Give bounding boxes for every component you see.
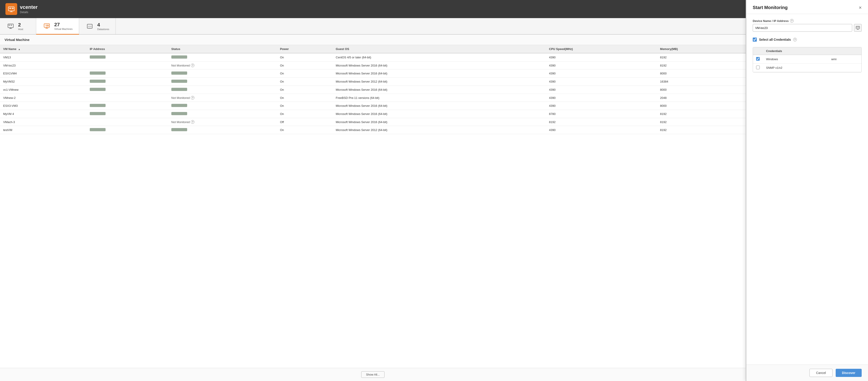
table-row[interactable]: ESX1VM4OnMicrosoft Windows Server 2016 (… (0, 69, 746, 78)
cred-th-name: Credentials (763, 47, 828, 55)
memory-cell: 16384 (657, 78, 746, 86)
ip-address-cell (87, 69, 168, 78)
table-row[interactable]: MyVM32OnMicrosoft Windows Server 2012 (6… (0, 78, 746, 86)
power-cell: On (277, 78, 333, 86)
th-cpu-speed[interactable]: CPU Speed(MHz) (546, 45, 657, 53)
ip-bar (90, 112, 105, 115)
header-title: vcenter (20, 4, 37, 10)
show-all-button[interactable]: Show All... (361, 371, 384, 378)
cpu-speed-cell: 4390 (546, 86, 657, 94)
not-monitored-help-icon[interactable]: ? (191, 120, 194, 124)
guest-os-cell: Microsoft Windows Server 2016 (64-bit) (333, 118, 546, 126)
header-info: vcenter Details (20, 4, 37, 14)
table-row[interactable]: MyVM 4OnMicrosoft Windows Server 2016 (6… (0, 110, 746, 118)
cpu-speed-cell: 4390 (546, 94, 657, 102)
status-bar (171, 71, 187, 75)
ip-bar (90, 55, 105, 59)
select-all-checkbox[interactable] (753, 37, 757, 41)
credentials-table-wrap: Credentials WindowswmiSNMP v1/v2 (753, 47, 862, 72)
cpu-speed-cell: 8192 (546, 118, 657, 126)
status-bar (171, 80, 187, 83)
th-vm-name[interactable]: VM Name ▲ (0, 45, 87, 53)
power-cell: On (277, 62, 333, 69)
cancel-button[interactable]: Cancel (809, 369, 833, 377)
modal-close-button[interactable]: × (859, 5, 862, 10)
status-cell (168, 78, 277, 86)
cred-value-cell: wmi (828, 55, 862, 64)
power-cell: On (277, 86, 333, 94)
th-status[interactable]: Status (168, 45, 277, 53)
table-row[interactable]: testVMOnMicrosoft Windows Server 2012 (6… (0, 126, 746, 134)
table-row[interactable]: ESX3-VM3OnMicrosoft Windows Server 2016 … (0, 102, 746, 110)
stat-tab-vm[interactable]: VM 27 Virtual Machines (36, 18, 79, 35)
svg-text:VM: VM (45, 24, 49, 27)
select-all-label: Select all Credentials (759, 38, 791, 41)
device-name-label: Device Name / IP Address ? (753, 19, 862, 23)
ip-bar (90, 128, 105, 131)
modal-header: Start Monitoring × (746, 0, 868, 14)
ip-address-cell (87, 78, 168, 86)
th-guest-os[interactable]: Guest OS (333, 45, 546, 53)
header-bar: vcenter Details (0, 0, 746, 18)
table-row[interactable]: VMnew-2Not Monitored?OnFreeBSD Pre-11 ve… (0, 94, 746, 102)
svg-rect-19 (858, 27, 859, 28)
host-label: Host (18, 28, 23, 31)
not-monitored-help-icon[interactable]: ? (191, 96, 194, 99)
vm-name-cell: MyVM32 (0, 78, 87, 86)
th-ip-address[interactable]: IP Address (87, 45, 168, 53)
vm-name-cell: ESX1VM4 (0, 69, 87, 78)
cpu-speed-cell: 4390 (546, 126, 657, 134)
stat-tab-datastores-content: 4 Datastores (97, 22, 109, 31)
memory-cell: 8192 (657, 126, 746, 134)
device-name-help-icon[interactable]: ? (790, 19, 794, 23)
status-cell (168, 110, 277, 118)
table-row[interactable]: VM13OnCentOS 4/5 or later (64-bit)439081… (0, 53, 746, 62)
th-power[interactable]: Power (277, 45, 333, 53)
memory-cell: 8192 (657, 118, 746, 126)
ip-address-cell (87, 62, 168, 69)
vm-table-wrap: VM Name ▲ IP Address Status Power Guest … (0, 45, 746, 368)
status-cell: Not Monitored? (168, 62, 277, 69)
memory-cell: 8000 (657, 69, 746, 78)
cred-row: Windowswmi (753, 55, 862, 64)
svg-rect-5 (8, 24, 13, 28)
stat-tab-host[interactable]: 2 Host (0, 18, 36, 34)
status-cell (168, 69, 277, 78)
status-bar (171, 88, 187, 91)
table-row[interactable]: vc1-VMnewOnMicrosoft Windows Server 2016… (0, 86, 746, 94)
device-name-row (753, 24, 862, 32)
device-name-input[interactable] (753, 24, 852, 32)
vm-name-cell: ESX3-VM3 (0, 102, 87, 110)
vm-name-cell: testVM (0, 126, 87, 134)
ip-address-cell (87, 53, 168, 62)
status-bar (171, 104, 187, 107)
cpu-speed-cell: 4390 (546, 78, 657, 86)
power-cell: On (277, 94, 333, 102)
cred-th-check (753, 47, 763, 55)
discover-button[interactable]: Discover (836, 369, 862, 377)
guest-os-cell: Microsoft Windows Server 2016 (64-bit) (333, 62, 546, 69)
not-monitored-status: Not Monitored? (171, 64, 274, 67)
memory-cell: 8000 (657, 102, 746, 110)
cred-row: SNMP v1/v2 (753, 64, 862, 72)
vm-name-cell: VM13 (0, 53, 87, 62)
device-lookup-button[interactable] (854, 24, 862, 32)
stat-tab-datastores[interactable]: SSD HDD 4 Datastores (79, 18, 116, 34)
cpu-speed-cell: 8780 (546, 110, 657, 118)
cpu-speed-cell: 4390 (546, 53, 657, 62)
host-count: 2 (18, 22, 23, 28)
ip-bar (90, 104, 105, 107)
cred-checkbox-1[interactable] (756, 66, 760, 69)
select-all-help-icon[interactable]: ? (793, 38, 797, 41)
guest-os-cell: Microsoft Windows Server 2016 (64-bit) (333, 86, 546, 94)
cpu-speed-cell: 4390 (546, 102, 657, 110)
not-monitored-help-icon[interactable]: ? (191, 64, 194, 67)
table-row[interactable]: VM-loc23Not Monitored?OnMicrosoft Window… (0, 62, 746, 69)
table-row[interactable]: VMach-3Not Monitored?OffMicrosoft Window… (0, 118, 746, 126)
modal-body: Device Name / IP Address ? (746, 14, 868, 364)
svg-rect-7 (11, 25, 12, 26)
svg-rect-2 (12, 8, 13, 9)
th-memory[interactable]: Memory(MB) (657, 45, 746, 53)
cred-checkbox-0[interactable] (756, 57, 760, 61)
memory-cell: 8192 (657, 53, 746, 62)
